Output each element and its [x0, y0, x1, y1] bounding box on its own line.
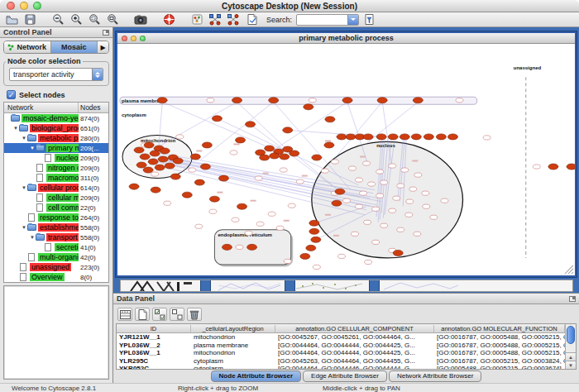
tree-row[interactable]: ▼transport558(0): [4, 232, 108, 242]
tree-row[interactable]: cellular metabol209(0): [4, 193, 108, 203]
search-dropdown-icon[interactable]: [347, 15, 358, 25]
expander-icon[interactable]: ▼: [21, 225, 27, 230]
layout-network-2-icon[interactable]: [225, 12, 242, 26]
expander-icon[interactable]: ▼: [29, 235, 36, 240]
control-panel-title: Control Panel: [3, 28, 52, 36]
select-attributes-icon[interactable]: [117, 308, 132, 321]
table-row[interactable]: YPL036W__2plasma membrane[GO:0044464, GO…: [117, 342, 565, 350]
node-color-selection-label: Node color selection: [6, 57, 83, 65]
table-column-header[interactable]: _cellularLayoutRegion: [191, 325, 275, 332]
window-titlebar[interactable]: Cytoscape Desktop (New Session): [0, 0, 579, 12]
float-panel-icon[interactable]: [103, 30, 109, 36]
attribute-browser-tabs: Node Attribute BrowserEdge Attribute Bro…: [116, 370, 577, 382]
network-tree-header: Network Nodes: [4, 103, 108, 113]
tab-mosaic[interactable]: Mosaic: [51, 41, 98, 53]
tree-row[interactable]: ▼primary metabo209(...: [4, 143, 108, 153]
tree-row[interactable]: ▼cellular process614(0): [4, 183, 108, 193]
background-network-lines-2: [384, 280, 458, 291]
node-color-dropdown-stepper-icon[interactable]: [92, 69, 103, 80]
expander-icon[interactable]: ▼: [21, 185, 27, 190]
tree-row-node-count: 223(0): [79, 264, 108, 271]
tree-row[interactable]: nitrogen compo209(0): [4, 163, 108, 173]
resize-grip-icon[interactable]: [565, 265, 573, 274]
zoom-fit-icon[interactable]: [104, 12, 121, 26]
attribute-table-header[interactable]: ID_cellularLayoutRegionannotation.GO CEL…: [117, 324, 565, 333]
table-cell: YPL036W__2: [117, 342, 191, 349]
table-cell: mitochondrion: [191, 333, 275, 341]
float-data-panel-icon[interactable]: [569, 296, 576, 302]
tree-row-node-count: 264(0): [79, 214, 108, 222]
tree-row[interactable]: ▼biological_process651(0): [4, 123, 108, 133]
tree-row-label: multi-organism pro: [38, 253, 79, 261]
vizmapper-icon[interactable]: [189, 12, 205, 26]
search-options-icon[interactable]: [361, 12, 377, 26]
background-scrollbar[interactable]: [285, 280, 295, 292]
select-all-attributes-icon[interactable]: [152, 308, 167, 321]
tab-node-attribute-browser[interactable]: Node Attribute Browser: [211, 370, 302, 382]
network-view-titlebar[interactable]: primary metabolic process: [117, 33, 575, 44]
scrollbar-thumb[interactable]: [567, 326, 575, 344]
tree-row[interactable]: cell communicat22(0): [4, 203, 108, 213]
table-cell: [GO:0016787, GO:0005488, GO:0005215, G..…: [434, 349, 565, 356]
layout-network-1-icon[interactable]: [207, 12, 223, 26]
tree-row[interactable]: multi-organism pro42(0): [4, 252, 108, 262]
folder-icon: [27, 224, 36, 231]
network-view-window[interactable]: primary metabolic process unassigned pla…: [116, 31, 577, 277]
background-scrollbar[interactable]: [200, 280, 211, 292]
table-row[interactable]: YKR052Ccytoplasm[GO:0044464, GO:0044446,…: [117, 365, 565, 370]
tree-row-node-count: 209(...: [79, 145, 108, 152]
birdseye-view[interactable]: [3, 285, 109, 380]
unselect-all-attributes-icon[interactable]: [170, 308, 184, 321]
table-cell: [GO:0044464, GO:0044444, GO:0044425, G..…: [275, 349, 434, 356]
background-scrollbar[interactable]: [369, 280, 380, 292]
table-row[interactable]: YPL036W__1mitochondrion[GO:0044464, GO:0…: [117, 349, 565, 357]
zoom-out-icon[interactable]: [50, 12, 66, 26]
network-canvas[interactable]: unassigned plasma membrane cytoplasm mit…: [117, 44, 575, 275]
tree-row[interactable]: ▼establishment of lo558(0): [4, 222, 108, 232]
tree-row[interactable]: macromolecule311(0): [4, 173, 108, 183]
tree-row[interactable]: mosaic-demo-yeast874(0): [4, 113, 108, 123]
tab-network[interactable]: Network: [4, 41, 51, 53]
table-column-header[interactable]: ID: [117, 325, 191, 332]
folder-icon: [11, 115, 20, 122]
new-attribute-icon[interactable]: [135, 308, 150, 321]
delete-attribute-icon[interactable]: [187, 308, 202, 321]
expander-icon[interactable]: ▼: [21, 136, 27, 141]
search-input[interactable]: [296, 14, 359, 26]
folder-icon: [36, 145, 45, 151]
table-row[interactable]: YLR295Ccytoplasm[GO:0045263, GO:0044464,…: [117, 357, 565, 366]
tree-row[interactable]: unassigned223(0): [4, 262, 108, 272]
tree-row[interactable]: secretion41(0): [4, 242, 108, 252]
tree-row[interactable]: nucleobase-209(0): [4, 153, 108, 163]
data-panel: Data Panel: [113, 293, 579, 383]
tree-row[interactable]: response to stimulu264(0): [4, 213, 108, 222]
snapshot-icon[interactable]: [132, 12, 149, 26]
tab-edge-attribute-browser[interactable]: Edge Attribute Browser: [303, 370, 387, 382]
save-session-icon[interactable]: [22, 12, 38, 26]
tab-network-attribute-browser[interactable]: Network Attribute Browser: [389, 370, 481, 382]
zoom-in-icon[interactable]: [68, 12, 84, 26]
tree-row[interactable]: ▼metabolic process280(0): [4, 133, 108, 143]
tree-row[interactable]: Overview8(0): [4, 272, 108, 282]
tab-overflow-button[interactable]: ▶: [98, 41, 108, 53]
scroll-up-icon[interactable]: ▲: [566, 352, 576, 361]
scroll-down-icon[interactable]: ▼: [566, 361, 576, 369]
help-icon[interactable]: [160, 12, 177, 26]
expander-icon[interactable]: ▼: [12, 126, 19, 131]
network-graph: unassigned plasma membrane cytoplasm mit…: [117, 44, 575, 275]
table-row[interactable]: YJR121W__1mitochondrion[GO:0045267, GO:0…: [117, 333, 565, 342]
table-column-header[interactable]: annotation.GO CELLULAR_COMPONENT: [275, 325, 434, 332]
tree-row-node-count: 8(0): [79, 274, 108, 281]
select-nodes-row[interactable]: Select nodes: [7, 90, 106, 99]
open-session-icon[interactable]: [3, 12, 20, 26]
node-color-dropdown[interactable]: transporter activity: [9, 68, 103, 81]
select-nodes-checkbox[interactable]: [7, 90, 16, 99]
table-scrollbar[interactable]: ▲ ▼: [565, 324, 576, 369]
expander-icon[interactable]: ▼: [29, 146, 36, 151]
tree-column-nodes: Nodes: [79, 103, 108, 112]
tree-row-label: cellular metabol: [46, 194, 79, 202]
table-column-header[interactable]: annotation.GO MOLECULAR_FUNCTION: [434, 325, 565, 332]
zoom-selected-region-icon[interactable]: [86, 12, 103, 26]
annotation-icon[interactable]: [243, 12, 260, 26]
background-windows-strip[interactable]: [120, 280, 573, 292]
